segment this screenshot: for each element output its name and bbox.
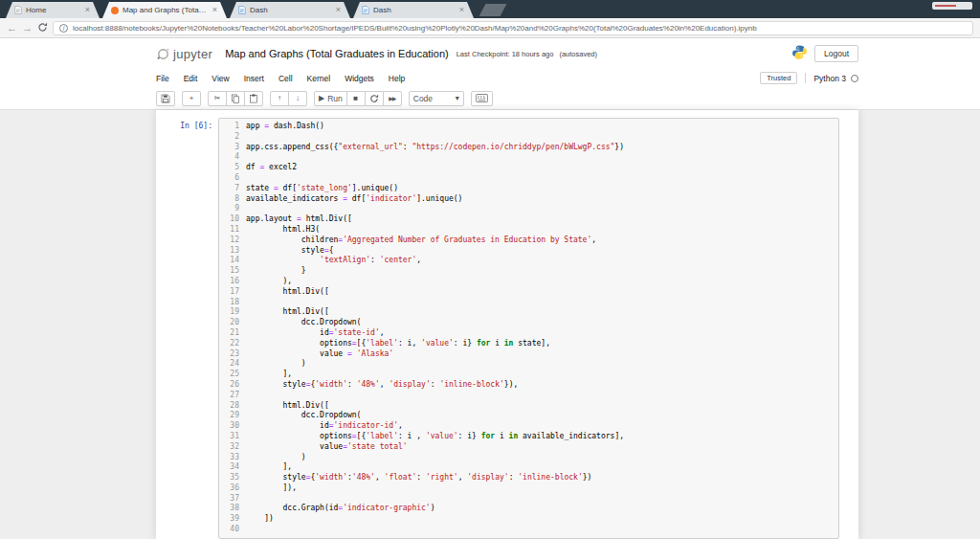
save-button[interactable] — [156, 91, 175, 106]
close-tab-icon[interactable]: × — [212, 6, 218, 14]
code-line[interactable]: 2 — [219, 132, 838, 143]
menu-item-widgets[interactable]: Widgets — [345, 74, 374, 83]
code-line[interactable]: 36 ]), — [219, 483, 838, 494]
notebook-title[interactable]: Map and Graphs (Total Graduates in Educa… — [225, 48, 449, 59]
plus-icon: + — [189, 95, 194, 102]
restart-kernel-button[interactable] — [365, 91, 384, 106]
code-line[interactable]: 15 } — [219, 266, 838, 277]
forward-icon[interactable]: → — [22, 23, 33, 34]
close-tab-icon[interactable]: × — [458, 6, 465, 14]
menu-item-file[interactable]: File — [156, 74, 169, 83]
menu-item-view[interactable]: View — [212, 74, 229, 83]
tab-title: Dash — [373, 6, 455, 14]
menu-item-insert[interactable]: Insert — [244, 74, 264, 83]
code-line[interactable]: 21 id='state-id', — [219, 328, 838, 339]
back-icon[interactable]: ← — [7, 23, 17, 34]
move-cell-down-button[interactable]: ↓ — [288, 91, 307, 106]
browser-tab[interactable]: Map and Graphs (Total G× — [102, 2, 227, 18]
trusted-button[interactable]: Trusted — [760, 72, 797, 84]
code-text: ]), — [246, 483, 838, 494]
copy-cell-button[interactable] — [226, 91, 245, 106]
code-line[interactable]: 28 html.Div([ — [219, 401, 838, 412]
checkpoint-status: Last Checkpoint: 18 hours ago — [457, 50, 554, 58]
jupyter-logo-text: jupyter — [173, 47, 212, 61]
code-line[interactable]: 6 — [219, 173, 838, 184]
move-cell-up-button[interactable]: ↑ — [270, 91, 289, 106]
keyboard-icon — [476, 94, 488, 102]
code-line[interactable]: 12 children='Aggregated Number of Gradua… — [219, 236, 838, 246]
code-line[interactable]: 10app.layout = html.Div([ — [219, 214, 838, 225]
command-palette-button[interactable] — [471, 91, 493, 106]
menu-item-help[interactable]: Help — [389, 74, 405, 83]
paste-cell-button[interactable] — [244, 91, 263, 106]
interrupt-kernel-button[interactable]: ■ — [346, 91, 366, 106]
tab-title: Home — [26, 6, 80, 14]
code-cell[interactable]: In [6]: 1app = dash.Dash()2 3app.css.app… — [156, 118, 858, 539]
new-tab-button[interactable] — [479, 4, 507, 16]
cell-input-area[interactable]: 1app = dash.Dash()2 3app.css.append_css(… — [218, 118, 839, 539]
code-line[interactable]: 37 — [219, 494, 838, 505]
menu-item-kernel[interactable]: Kernel — [307, 74, 331, 83]
code-line[interactable]: 35 style={'width':'48%', 'float': 'right… — [219, 473, 838, 483]
line-number: 40 — [219, 525, 246, 535]
browser-tab[interactable]: Home× — [6, 2, 100, 18]
code-line[interactable]: 14 'textAlign': 'center', — [219, 256, 838, 266]
code-line[interactable]: 23 value = 'Alaska' — [219, 349, 838, 360]
close-tab-icon[interactable]: × — [335, 6, 342, 14]
menu-item-cell[interactable]: Cell — [278, 74, 293, 83]
code-line[interactable]: 1app = dash.Dash() — [219, 122, 838, 132]
code-text: ], — [246, 370, 838, 380]
browser-tab[interactable]: Dash× — [230, 2, 350, 18]
logout-button[interactable]: Logout — [814, 45, 858, 62]
site-info-icon[interactable]: i — [59, 24, 68, 33]
code-line[interactable]: 24 ) — [219, 359, 838, 370]
code-line[interactable]: 9 — [219, 204, 838, 214]
code-line[interactable]: 11 html.H3( — [219, 225, 838, 236]
menu-item-edit[interactable]: Edit — [184, 74, 198, 83]
cell-type-select[interactable]: Code ▾ — [409, 91, 464, 106]
code-text: app = dash.Dash() — [246, 122, 838, 132]
restart-run-all-button[interactable]: ▶▶ — [383, 91, 402, 106]
code-line[interactable]: 3app.css.append_css({"external_url": "ht… — [219, 143, 838, 153]
code-text: id='state-id', — [246, 328, 838, 339]
code-line[interactable]: 33 ) — [219, 453, 838, 463]
code-line[interactable]: 20 dcc.Dropdown( — [219, 318, 838, 328]
code-line[interactable]: 32 value='state total' — [219, 442, 838, 453]
refresh-icon[interactable] — [37, 22, 48, 34]
code-line[interactable]: 8available_indicators = df['indicator'].… — [219, 194, 838, 205]
cut-cell-button[interactable]: ✂ — [208, 91, 227, 106]
notebook-container: In [6]: 1app = dash.Dash()2 3app.css.app… — [156, 110, 858, 539]
code-line[interactable]: 26 style={'width': '48%', 'display': 'in… — [219, 380, 838, 391]
line-number: 39 — [219, 514, 246, 525]
code-line[interactable]: 4 — [219, 152, 838, 163]
browser-tab[interactable]: Dash× — [353, 2, 474, 18]
code-line[interactable]: 7state = df['state_long'].unique() — [219, 184, 838, 194]
run-cell-button[interactable]: ▶ Run — [314, 91, 347, 106]
code-line[interactable]: 17 html.Div([ — [219, 287, 838, 298]
code-line[interactable]: 31 options=[{'label': i , 'value': i} fo… — [219, 432, 838, 442]
code-line[interactable]: 40 — [219, 525, 838, 535]
code-line[interactable]: 16 ), — [219, 277, 838, 287]
close-tab-icon[interactable]: × — [84, 6, 91, 14]
insert-cell-button[interactable]: + — [182, 91, 201, 106]
line-number: 14 — [219, 256, 246, 266]
code-line[interactable]: 34 ], — [219, 462, 838, 473]
code-line[interactable]: 39 ]) — [219, 514, 838, 525]
url-bar[interactable]: i localhost:8888/notebooks/Jupyter%20Not… — [53, 21, 973, 35]
browser-profile-badge[interactable] — [932, 2, 972, 10]
line-number: 25 — [219, 370, 246, 380]
line-number: 20 — [219, 318, 246, 328]
code-line[interactable]: 30 id='indicator-id', — [219, 421, 838, 432]
code-line[interactable]: 22 options=[{'label': i, 'value': i} for… — [219, 339, 838, 349]
code-line[interactable]: 19 html.Div([ — [219, 307, 838, 318]
code-line[interactable]: 38 dcc.Graph(id='indicator-graphic') — [219, 504, 838, 514]
code-line[interactable]: 27 — [219, 391, 838, 401]
code-line[interactable]: 5df = excel2 — [219, 163, 838, 173]
line-number: 35 — [219, 473, 246, 483]
code-line[interactable]: 18 — [219, 298, 838, 308]
code-line[interactable]: 13 style={ — [219, 246, 838, 257]
code-line[interactable]: 29 dcc.Dropdown( — [219, 411, 838, 421]
jupyter-logo[interactable]: jupyter — [156, 47, 212, 61]
line-number: 33 — [219, 453, 246, 463]
code-line[interactable]: 25 ], — [219, 370, 838, 380]
